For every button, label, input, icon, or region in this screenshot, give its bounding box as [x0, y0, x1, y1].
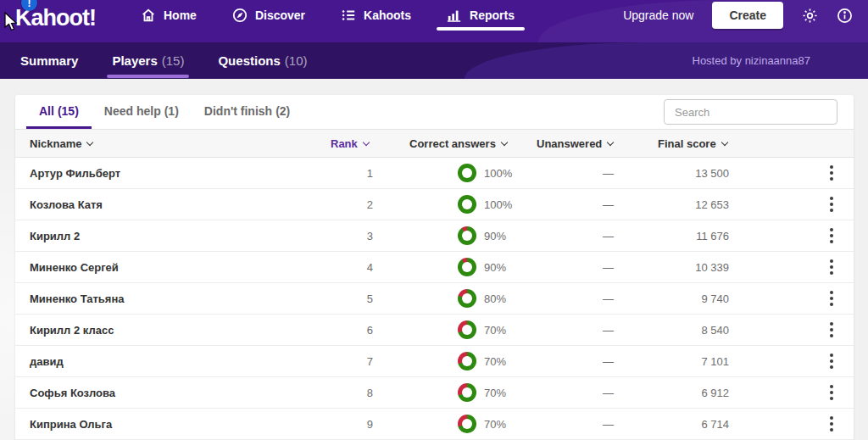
column-header-unanswered[interactable]: Unanswered [524, 137, 624, 150]
player-rank: 7 [331, 355, 373, 368]
column-header-final-score[interactable]: Final score [624, 137, 747, 150]
player-rank: 2 [331, 198, 373, 211]
content-area: All (15) Need help (1) Didn't finish (2)… [0, 79, 868, 440]
upgrade-now-link[interactable]: Upgrade now [623, 8, 693, 22]
player-unanswered: — [524, 387, 624, 399]
mouse-cursor-icon [3, 12, 19, 32]
kahoot-logo[interactable]: Kahoot! ! [15, 0, 96, 36]
nav-item-kahoots[interactable]: Kahoots [329, 0, 423, 31]
chevron-down-icon [607, 138, 614, 145]
filter-tab-count: (15) [58, 104, 79, 118]
column-header-label: Rank [331, 137, 358, 150]
table-header-row: Nickname Rank Correct answers Unanswered… [15, 129, 854, 158]
chevron-down-icon [721, 138, 727, 145]
row-menu-button[interactable] [828, 319, 835, 341]
filter-tab-label: All [39, 104, 54, 118]
subtab-questions[interactable]: Questions (10) [218, 42, 307, 79]
table-row[interactable]: Козлова Катя 2 100% — 12 653 [15, 189, 854, 220]
player-correct-answers: 80% [373, 289, 524, 308]
row-menu-button[interactable] [828, 382, 835, 404]
column-header-label: Nickname [30, 137, 81, 150]
player-rank: 1 [331, 167, 373, 180]
player-correct-answers: 90% [373, 226, 524, 245]
table-row[interactable]: давид 7 70% — 7 101 [15, 346, 854, 377]
correct-answers-percent: 80% [484, 292, 506, 305]
filter-tab-need-help[interactable]: Need help (1) [92, 95, 192, 129]
correct-answers-percent: 100% [484, 167, 512, 180]
subtab-summary[interactable]: Summary [20, 42, 78, 79]
player-correct-answers: 70% [373, 383, 524, 402]
correct-answers-percent: 90% [484, 230, 506, 242]
table-row[interactable]: Миненко Татьяна 5 80% — 9 740 [15, 283, 854, 315]
player-nickname: Козлова Катя [30, 198, 331, 211]
player-final-score: 11 676 [624, 230, 747, 242]
row-menu-button[interactable] [828, 225, 835, 247]
player-final-score: 10 339 [624, 261, 747, 274]
nav-item-reports[interactable]: Reports [435, 0, 526, 31]
player-unanswered: — [524, 167, 624, 180]
table-row[interactable]: Кирилл 2 класс 6 70% — 8 540 [15, 315, 854, 346]
search-input[interactable] [664, 99, 837, 125]
player-correct-answers: 70% [373, 320, 524, 339]
row-menu-button[interactable] [828, 256, 835, 278]
chevron-down-icon [363, 138, 370, 145]
info-button[interactable] [837, 8, 853, 24]
nav-item-label: Reports [470, 8, 515, 22]
correct-answers-percent: 70% [484, 387, 506, 399]
row-menu-button[interactable] [828, 413, 835, 435]
player-unanswered: — [524, 355, 624, 368]
correct-answers-percent: 90% [484, 261, 506, 274]
column-header-label: Correct answers [409, 137, 496, 150]
nav-item-label: Discover [255, 8, 305, 22]
filter-tab-didnt-finish[interactable]: Didn't finish (2) [192, 95, 303, 129]
player-nickname: Кирилл 2 класс [30, 324, 331, 337]
player-correct-answers: 70% [373, 352, 524, 370]
player-final-score: 8 540 [624, 324, 747, 337]
player-rank: 8 [331, 387, 373, 399]
table-row[interactable]: Кирилл 2 3 90% — 11 676 [15, 220, 854, 252]
row-menu-button[interactable] [828, 193, 835, 215]
compass-icon [232, 8, 248, 23]
player-unanswered: — [524, 230, 624, 242]
table-row[interactable]: Киприна Ольга 9 70% — 6 714 [15, 409, 854, 440]
table-row[interactable]: Миненко Сергей 4 90% — 10 339 [15, 252, 854, 283]
report-subnav: Summary Players (15) Questions (10) Host… [0, 42, 868, 79]
player-unanswered: — [524, 418, 624, 431]
player-final-score: 9 740 [624, 292, 747, 305]
player-final-score: 12 653 [624, 198, 747, 211]
create-button[interactable]: Create [712, 2, 783, 29]
correct-answers-percent: 70% [484, 355, 506, 368]
correct-answers-donut-chart [458, 164, 476, 182]
subtab-players[interactable]: Players (15) [112, 42, 184, 79]
player-final-score: 7 101 [624, 355, 747, 368]
home-icon [141, 8, 156, 23]
filter-tab-label: Need help [104, 104, 161, 118]
row-menu-button[interactable] [828, 350, 835, 372]
player-unanswered: — [524, 261, 624, 274]
player-correct-answers: 70% [373, 415, 524, 433]
settings-button[interactable] [802, 8, 818, 24]
nav-item-home[interactable]: Home [129, 0, 209, 31]
filter-tab-count: (1) [164, 104, 179, 118]
column-header-correct-answers[interactable]: Correct answers [373, 137, 524, 150]
column-header-nickname[interactable]: Nickname [30, 137, 331, 150]
info-icon [837, 8, 853, 24]
player-unanswered: — [524, 324, 624, 337]
row-menu-button[interactable] [828, 287, 835, 309]
nav-item-discover[interactable]: Discover [220, 0, 317, 31]
topbar-actions: Upgrade now Create [623, 0, 853, 31]
subtab-label: Summary [20, 53, 78, 68]
correct-answers-donut-chart [458, 383, 476, 402]
row-menu-button[interactable] [828, 162, 835, 184]
correct-answers-donut-chart [458, 195, 476, 214]
list-icon [341, 8, 356, 23]
table-row[interactable]: Софья Козлова 8 70% — 6 912 [15, 377, 854, 409]
top-nav-bar: Kahoot! ! Home Discover Kahoots Reports … [0, 0, 868, 42]
correct-answers-donut-chart [458, 415, 476, 433]
column-header-label: Final score [658, 137, 716, 150]
player-nickname: Киприна Ольга [30, 418, 331, 431]
correct-answers-donut-chart [458, 320, 476, 339]
column-header-rank[interactable]: Rank [331, 137, 373, 150]
filter-tab-all[interactable]: All (15) [26, 95, 92, 129]
table-row[interactable]: Артур Фильберт 1 100% — 13 500 [15, 158, 854, 189]
